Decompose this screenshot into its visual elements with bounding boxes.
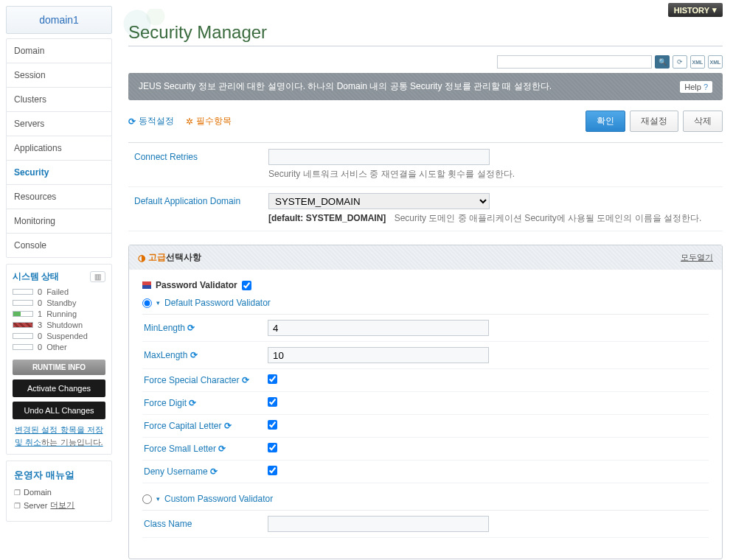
password-validator-checkbox[interactable]: [242, 281, 251, 290]
refresh-icon: ⟳: [242, 375, 249, 385]
delete-button-top[interactable]: 삭제: [683, 111, 723, 132]
warning-icon: ◑: [138, 253, 145, 263]
nav-servers[interactable]: Servers: [7, 112, 111, 136]
connect-retries-label: Connect Retries: [128, 149, 268, 181]
refresh-icon: ⟳: [224, 421, 232, 431]
status-bar-suspended: [13, 333, 33, 339]
status-label-failed: Failed: [46, 287, 69, 296]
status-label-other: Other: [46, 343, 67, 351]
changes-description: 변경된 설정 항목을 저장 및 취소하는 기능입니다.: [13, 424, 105, 448]
runtime-info-button[interactable]: RUNTIME INFO: [13, 360, 105, 375]
search-icon[interactable]: 🔍: [655, 55, 670, 69]
force-capital-checkbox[interactable]: [268, 420, 277, 430]
status-label-shutdown: Shutdown: [46, 321, 83, 329]
manual-more[interactable]: 더보기: [50, 500, 74, 511]
help-icon: ?: [704, 83, 708, 91]
nav-domain[interactable]: Domain: [7, 39, 111, 63]
page-title: Security Manager: [128, 22, 723, 46]
basic-form: Connect Retries Security 네트워크 서비스 중 재연결을…: [128, 142, 723, 231]
status-bar-standby: [13, 300, 33, 306]
connect-retries-input[interactable]: [268, 149, 490, 165]
force-digit-label: Force Digit: [144, 398, 187, 408]
status-count-other: 0: [38, 343, 42, 351]
status-count-shutdown: 3: [38, 321, 42, 329]
force-special-checkbox[interactable]: [268, 374, 277, 384]
max-length-label: MaxLength: [144, 350, 187, 360]
xml-export-icon[interactable]: XML: [690, 55, 705, 69]
refresh-icon: ⟳: [128, 116, 136, 127]
legend-dynamic: ⟳동적설정: [128, 115, 174, 127]
refresh-toolbar-icon[interactable]: ⟳: [673, 55, 687, 69]
advanced-title-1: 고급: [148, 251, 166, 264]
flag-icon: [142, 281, 151, 289]
nav-applications[interactable]: Applications: [7, 136, 111, 161]
legend-required: ✲필수항목: [186, 115, 232, 127]
status-label-suspended: Suspended: [46, 332, 88, 340]
default-app-domain-select[interactable]: SYSTEM_DOMAIN: [268, 193, 490, 209]
xml-import-icon[interactable]: XML: [708, 55, 723, 69]
custom-validator-form: Class Name: [142, 510, 709, 538]
system-status-icon[interactable]: ▥: [90, 271, 105, 282]
nav-clusters[interactable]: Clusters: [7, 88, 111, 112]
status-label-standby: Standby: [46, 298, 76, 307]
legend-dynamic-label: 동적설정: [139, 115, 174, 127]
system-status-panel: 시스템 상태 ▥ 0Failed 0Standby 1Running 3Shut…: [6, 264, 112, 455]
force-small-label: Force Small Letter: [144, 444, 216, 454]
nav-console[interactable]: Console: [7, 234, 111, 257]
force-special-label: Force Special Character: [144, 375, 239, 385]
required-icon: ✲: [186, 116, 193, 127]
doc-icon: [14, 501, 21, 510]
search-toolbar: 🔍 ⟳ XML XML: [128, 55, 723, 69]
default-app-domain-label: Default Application Domain: [128, 193, 268, 225]
domain-title[interactable]: domain1: [6, 6, 112, 34]
status-count-suspended: 0: [38, 332, 42, 340]
collapse-icon[interactable]: ▾: [156, 299, 160, 307]
force-small-checkbox[interactable]: [268, 443, 277, 452]
nav-monitoring[interactable]: Monitoring: [7, 209, 111, 234]
ok-button-top[interactable]: 확인: [586, 111, 625, 132]
custom-pwd-validator-label[interactable]: Custom Password Validator: [164, 494, 273, 504]
password-validator-section: Password Validator: [142, 280, 709, 290]
search-input[interactable]: [497, 55, 652, 69]
help-button[interactable]: Help ?: [680, 81, 712, 93]
doc-icon: [14, 488, 21, 497]
deny-username-checkbox[interactable]: [268, 466, 277, 475]
manual-domain-label: Domain: [24, 488, 52, 497]
password-validator-label: Password Validator: [156, 280, 237, 290]
default-pwd-validator-radio[interactable]: [142, 298, 152, 308]
refresh-icon: ⟳: [189, 398, 196, 408]
nav-resources[interactable]: Resources: [7, 185, 111, 209]
open-all-link[interactable]: 모두열기: [681, 252, 713, 263]
description-text: JEUS Security 정보 관리에 대한 설명이다. 하나의 Domain…: [139, 80, 552, 93]
changes-desc-suffix: 하는 기능입니다.: [41, 438, 103, 447]
operator-manual-title: 운영자 매뉴얼: [14, 469, 104, 482]
custom-pwd-validator-radio[interactable]: [142, 494, 152, 504]
reset-button-top[interactable]: 재설정: [630, 111, 678, 132]
default-validator-form: MinLength ⟳ MaxLength ⟳ Force Special Ch…: [142, 314, 709, 483]
force-digit-checkbox[interactable]: [268, 397, 277, 407]
default-pwd-validator-label[interactable]: Default Password Validator: [164, 298, 271, 308]
max-length-input[interactable]: [268, 347, 489, 363]
history-button[interactable]: HISTORY ▾: [668, 3, 723, 17]
deny-username-label: Deny Username: [144, 466, 208, 477]
undo-changes-button[interactable]: Undo ALL Changes: [13, 402, 105, 419]
status-count-running: 1: [38, 309, 42, 318]
refresh-icon: ⟳: [210, 466, 218, 477]
collapse-icon[interactable]: ▾: [156, 495, 160, 503]
class-name-label: Class Name: [142, 519, 268, 529]
description-bar: JEUS Security 정보 관리에 대한 설명이다. 하나의 Domain…: [128, 73, 723, 100]
activate-changes-button[interactable]: Activate Changes: [13, 379, 105, 397]
advanced-header: ◑ 고급 선택사항 모두열기: [129, 245, 722, 270]
advanced-title-2: 선택사항: [166, 251, 201, 264]
help-label: Help: [684, 83, 701, 91]
connect-retries-hint: Security 네트워크 서비스 중 재연결을 시도할 횟수를 설정한다.: [268, 168, 723, 181]
legend-required-label: 필수항목: [196, 115, 232, 127]
nav-session[interactable]: Session: [7, 63, 111, 88]
min-length-input[interactable]: [268, 320, 489, 336]
history-label: HISTORY: [674, 6, 709, 15]
manual-domain[interactable]: Domain: [14, 488, 104, 497]
manual-server[interactable]: Server더보기: [14, 500, 104, 511]
class-name-input[interactable]: [268, 516, 489, 532]
nav-security[interactable]: Security: [7, 161, 111, 185]
operator-manual-panel: 운영자 매뉴얼 Domain Server더보기: [6, 461, 112, 522]
